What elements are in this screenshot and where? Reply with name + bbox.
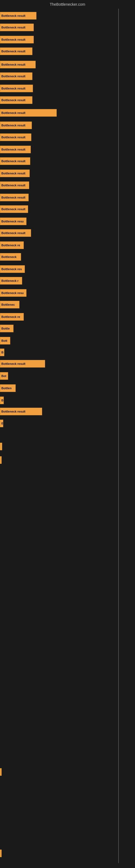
bar-item: Bottleneck result [0,122,32,129]
bar-rect: Bottleneck result [0,24,34,31]
bar-label: Bottleneck result [1,231,26,235]
bar-label: B [1,399,3,402]
bar-rect: Bottleneck result [0,182,29,189]
bar-item: Bottleneck result [0,408,42,415]
bar-item: Bott [0,337,10,344]
bar-label: Bottleneck result [1,124,26,127]
bar-item: B [0,348,4,356]
bar-label: Bottleneck result [1,63,26,66]
bar-rect: Bottleneck result [0,194,29,201]
bar-label: Bottleneck result [1,184,26,187]
bar-label: Bottleneck result [1,172,26,175]
bar-label: B [1,351,3,354]
bar-rect: Bottlenec [0,301,19,308]
bar-item: Bot [0,372,8,380]
bar-rect: Bottleneck result [0,36,34,43]
bar-rect: Bottleneck result [0,408,42,415]
bar-item: Bottleneck resu [0,289,27,297]
bar-rect: Bottleneck result [0,72,32,80]
bar-label: Bottleneck result [1,26,26,29]
bar-item: Bottleneck result [0,205,28,213]
bar-rect: Bottleneck resu [0,289,27,297]
bar-item [0,768,2,776]
bar-rect: Bottleneck result [0,85,33,92]
bar-rect: Bottleneck [0,253,21,261]
bar-rect: Bot [0,372,8,380]
bar-rect: Bottleneck result [0,61,36,68]
bar-item: Bottleneck result [0,36,34,43]
bar-label: Bottleneck [1,255,16,258]
bar-item: Bottlen [0,384,16,392]
bar-item [0,456,2,464]
bar-item: Bottleneck result [0,229,31,237]
bar-item: Bottleneck result [0,24,34,31]
bar-item [0,443,2,450]
bar-rect [0,456,2,464]
bar-item: Bottlenec [0,301,19,308]
bar-label: Bottleneck res [1,268,22,271]
bar-item: Bottleneck re [0,241,24,249]
bar-rect: Bottleneck result [0,109,57,117]
bar-label: Bottleneck result [1,362,26,365]
bar-label: Bottleneck r [1,279,18,282]
header: TheBottlenecker.com [0,0,135,9]
bar-item: Bottleneck [0,253,21,261]
bar-label: Bottleneck result [1,111,26,115]
bar-rect: Bottlen [0,384,16,392]
bar-item: Bottle [0,325,13,332]
bar-rect: Bottle [0,325,13,332]
bar-item: Bottleneck resu [0,218,27,225]
bar-item: Bottleneck res [0,265,25,273]
bar-item [0,849,2,857]
bar-item: Bottleneck result [0,182,29,189]
bar-item: Bottleneck result [0,360,45,368]
site-title: TheBottlenecker.com [50,2,85,6]
bar-label: Bottleneck result [1,74,26,78]
bar-item: Bottleneck result [0,169,30,177]
bar-item: Bottleneck result [0,12,37,20]
bar-label: Bottleneck result [1,410,26,413]
bar-label: Bottleneck result [1,38,26,41]
bar-label: Bott [1,339,7,342]
bar-rect: Bottleneck result [0,48,32,55]
chart-area: Bottleneck resultBottleneck resultBottle… [0,9,135,863]
bar-rect: Bottleneck result [0,122,32,129]
bar-rect [0,443,2,450]
bar-label: Bottleneck resu [1,220,24,223]
bar-rect: Bottleneck re [0,313,24,321]
bar-item: Bottleneck result [0,72,32,80]
bar-label: Bottleneck result [1,196,26,199]
bar-item: Bottleneck re [0,313,24,321]
bar-item: Bottleneck r [0,277,22,284]
bar-item: B [0,397,4,404]
bar-rect [0,849,2,857]
bar-label: Bottleneck result [1,148,26,151]
bar-label: Bottleneck re [1,244,20,247]
bar-item: Bottleneck result [0,61,36,68]
bar-item: B [0,420,3,427]
bar-rect: B [0,420,3,427]
bar-item: Bottleneck result [0,146,31,153]
bar-rect: Bottleneck result [0,229,31,237]
bar-rect: Bottleneck result [0,205,28,213]
bar-label: Bottleneck resu [1,291,24,294]
bar-label: Bottleneck result [1,50,26,53]
bar-rect: Bottleneck r [0,277,22,284]
bar-rect: Bottleneck result [0,12,37,20]
bar-rect: Bottleneck resu [0,218,27,225]
bar-label: Bottleneck result [1,98,26,102]
bar-label: Bottlen [1,386,12,390]
bar-label: Bottleneck result [1,14,26,18]
bar-item: Bottleneck result [0,133,31,141]
bar-label: Bottlenec [1,303,15,306]
bar-label: Bottleneck result [1,208,26,211]
bar-rect: Bottleneck re [0,241,24,249]
bar-rect: Bottleneck result [0,133,31,141]
y-axis-line [118,9,119,863]
bar-label: Bot [1,374,6,378]
bar-rect: B [0,397,4,404]
bar-item: Bottleneck result [0,194,29,201]
bar-item: Bottleneck result [0,109,57,117]
bar-item: Bottleneck result [0,157,30,165]
bar-rect: Bottleneck result [0,157,30,165]
